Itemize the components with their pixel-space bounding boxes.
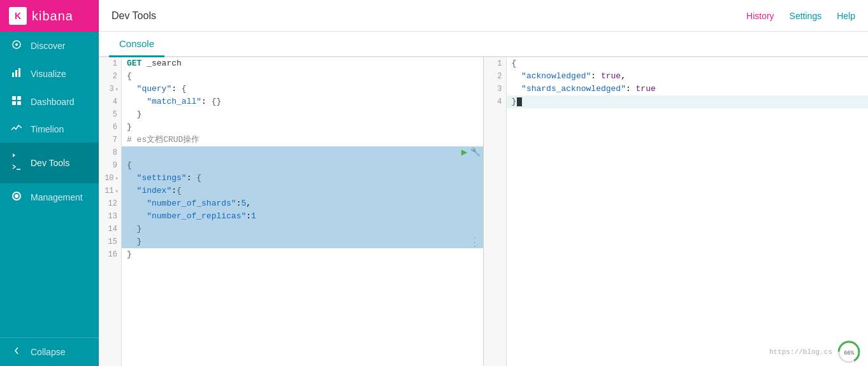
svg-rect-5 [12, 96, 16, 100]
page-title: Dev Tools [112, 10, 156, 22]
history-link[interactable]: History [746, 11, 774, 21]
line-num-10: 10 ▾ [99, 172, 121, 185]
line-num-1: 1 [99, 57, 121, 70]
code-container-right: 1 2 3 4 [484, 57, 869, 366]
discover-icon [10, 39, 23, 52]
svg-rect-7 [12, 101, 16, 105]
out-code-line-4: } [507, 95, 869, 108]
svg-rect-8 [17, 101, 21, 105]
sidebar-item-visualize[interactable]: Visualize [0, 60, 99, 88]
line-num-14: 14 [99, 223, 121, 236]
out-line-num-3: 3 [484, 83, 506, 95]
sidebar-item-collapse[interactable]: Collapse [0, 338, 99, 366]
kibana-logo-text: kibana [32, 9, 73, 24]
line-num-3: 3 ▾ [99, 83, 121, 95]
out-line-num-4: 4 [484, 95, 506, 108]
line-num-2: 2 [99, 70, 121, 83]
line-num-6: 6 [99, 121, 121, 134]
sidebar-label-timelion: Timelion [31, 124, 64, 134]
code-content-right: { "acknowledged": true, "shards_acknowle… [507, 57, 869, 366]
out-code-line-2: "acknowledged": true, [507, 70, 869, 83]
code-line-10: "settings": { [122, 172, 483, 185]
line-num-15: 15 [99, 236, 121, 248]
editor-area: 1 2 3 ▾ 4 [99, 57, 868, 366]
sidebar-label-discover: Discover [31, 41, 65, 51]
code-line-2: { [122, 70, 483, 83]
more-options-button[interactable]: ⋮ [469, 237, 481, 248]
line-numbers-left: 1 2 3 ▾ 4 [99, 57, 122, 366]
code-line-9: { [122, 159, 483, 172]
dashboard-icon [10, 95, 23, 108]
code-line-11: "index":{ [122, 185, 483, 197]
code-line-8: PUT demo ▶ 🔧 [122, 146, 483, 159]
collapse-icon [10, 346, 23, 358]
sidebar-item-timelion[interactable]: Timelion [0, 116, 99, 143]
svg-rect-2 [12, 73, 14, 77]
code-line-12: "number_of_shards":5, [122, 197, 483, 210]
line-num-9: 9 [99, 159, 121, 172]
code-line-5: } [122, 108, 483, 121]
out-code-line-1: { [507, 57, 869, 70]
line-numbers-right: 1 2 3 4 [484, 57, 507, 366]
footer-bar: https://blog.cs 66% [762, 338, 868, 366]
code-line-3: "query": { [122, 83, 483, 95]
sidebar-label-dashboard: Dashboard [31, 97, 75, 107]
sidebar-bottom: Collapse [0, 337, 99, 366]
devtools-icon [10, 150, 23, 176]
code-line-7: # es文档CRUD操作 [122, 134, 483, 146]
action-icons: ▶ 🔧 [461, 146, 481, 159]
sidebar-item-discover[interactable]: Discover [0, 32, 99, 60]
kibana-logo-icon: K [9, 7, 27, 25]
sidebar-label-devtools: Dev Tools [31, 158, 69, 168]
visualize-icon [10, 67, 23, 80]
run-button[interactable]: ▶ [461, 146, 468, 159]
sidebar-label-visualize: Visualize [31, 69, 66, 79]
line-num-13: 13 [99, 210, 121, 223]
right-output-panel: 1 2 3 4 [484, 57, 869, 366]
out-line-num-2: 2 [484, 70, 506, 83]
line-num-4: 4 [99, 95, 121, 108]
code-content-left: GET _search { "query": { "match_all": {}… [122, 57, 483, 366]
code-container-left: 1 2 3 ▾ 4 [99, 57, 483, 366]
out-code-line-3: "shards_acknowledged": true [507, 83, 869, 95]
out-line-num-1: 1 [484, 57, 506, 70]
line-num-11: 11 ▾ [99, 185, 121, 197]
progress-circle: 66% [837, 341, 860, 363]
code-line-6: } [122, 121, 483, 134]
tab-console[interactable]: Console [109, 32, 164, 57]
settings-link[interactable]: Settings [790, 11, 822, 21]
tabbar: Console [99, 32, 868, 57]
topbar-nav: History Settings Help [746, 11, 855, 21]
code-line-1: GET _search [122, 57, 483, 70]
sidebar-item-management[interactable]: Management [0, 183, 99, 211]
help-link[interactable]: Help [837, 11, 855, 21]
line-num-16: 16 [99, 248, 121, 261]
timelion-icon [10, 123, 23, 135]
left-editor-panel[interactable]: 1 2 3 ▾ 4 [99, 57, 484, 366]
topbar: Dev Tools History Settings Help [99, 0, 868, 32]
line-num-7: 7 [99, 134, 121, 146]
sidebar-label-management: Management [31, 192, 83, 202]
line-num-8: 8 [99, 146, 121, 159]
sidebar-item-devtools[interactable]: Dev Tools [0, 143, 99, 183]
line-num-12: 12 [99, 197, 121, 210]
svg-rect-4 [18, 68, 20, 77]
wrench-button[interactable]: 🔧 [470, 146, 481, 159]
main-content: Dev Tools History Settings Help Console … [99, 0, 868, 366]
svg-rect-3 [15, 70, 17, 77]
code-line-13: "number_of_replicas":1 [122, 210, 483, 223]
svg-rect-6 [17, 96, 21, 100]
code-line-15: } ⋮ [122, 236, 483, 248]
svg-point-1 [15, 43, 18, 46]
line-num-5: 5 [99, 108, 121, 121]
sidebar-item-dashboard[interactable]: Dashboard [0, 88, 99, 116]
sidebar-logo[interactable]: K kibana [0, 0, 99, 32]
sidebar-label-collapse: Collapse [31, 347, 65, 357]
code-line-4: "match_all": {} [122, 95, 483, 108]
svg-text:66%: 66% [844, 350, 855, 356]
management-icon [10, 191, 23, 204]
code-line-14: } [122, 223, 483, 236]
footer-url: https://blog.cs [769, 348, 832, 356]
sidebar: K kibana Discover Visualize Dashboard Ti… [0, 0, 99, 366]
code-line-16: } [122, 248, 483, 261]
